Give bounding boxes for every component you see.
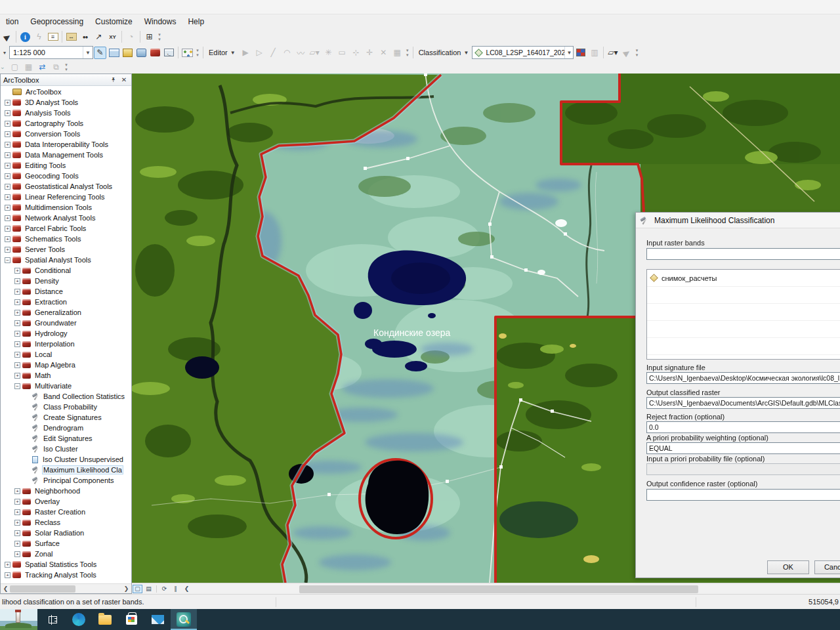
layout-page-icon[interactable]: ▢ [9,61,21,74]
editor-menu-button[interactable]: Editor ▼ [205,47,239,58]
select-elements-icon[interactable]: ▶ [1,31,13,43]
tree-item[interactable]: +Server Tools [1,244,131,255]
tree-item[interactable]: +Surface [1,538,131,549]
tree-item[interactable]: +Network Analyst Tools [1,213,131,223]
expander-icon[interactable]: + [5,152,10,158]
expander-icon[interactable]: + [5,205,10,211]
expander-icon[interactable]: + [5,247,10,253]
tree-item[interactable]: +Groundwater [1,318,131,328]
raster-bands-list[interactable]: снимок_расчеты [646,269,840,360]
expander-icon[interactable]: + [5,142,10,148]
toolbar-overflow-icon[interactable]: ▾▾ [404,48,411,57]
expander-icon[interactable]: + [5,121,10,127]
tree-item[interactable]: +Solar Radiation [1,528,131,538]
tree-item[interactable]: +Parcel Fabric Tools [1,223,131,234]
xy-coords-icon[interactable]: XY [106,31,119,43]
taskbar-mail-icon[interactable] [144,609,171,630]
training-sample-manager-icon[interactable] [574,47,587,59]
expander-icon[interactable]: + [5,194,10,200]
attributes-grid-icon[interactable]: ▦ [391,47,404,59]
trace-icon[interactable]: 〰 [295,47,307,59]
vertex-tool-icon[interactable]: ⊹ [350,47,362,59]
tree-item[interactable]: +Overlay [1,496,131,507]
expander-icon[interactable]: + [5,215,10,221]
raster-band-row[interactable]: снимок_расчеты [647,270,840,287]
menu-windows[interactable]: Windows [138,15,182,28]
output-raster-field[interactable]: C:\Users\N_Igenbaeva\Documents\ArcGIS\De… [646,397,840,409]
back-icon[interactable]: ❮ [182,585,192,593]
input-raster-bands-field[interactable] [646,248,840,260]
expander-icon[interactable]: + [14,551,20,557]
tree-item[interactable]: +Analysis Tools [1,108,131,118]
select-grayed-icon[interactable]: ▶ [620,47,633,59]
tree-item[interactable]: Dendrogram [1,423,131,433]
expander-icon[interactable]: + [5,163,10,169]
copy-pages-icon[interactable]: ⧉ [50,61,62,74]
menu-help[interactable]: Help [182,15,210,28]
expander-icon[interactable]: + [5,572,10,578]
arctoolbox-window-icon[interactable] [149,47,161,59]
time-slider-icon[interactable]: ◔ [125,31,137,43]
tree-item[interactable]: Maximum Likelihood Cla [1,465,131,475]
expander-icon[interactable]: + [5,110,10,116]
expander-icon[interactable]: + [14,509,20,515]
tree-item[interactable]: +Local [1,349,131,360]
confidence-raster-field[interactable] [646,489,840,501]
taskbar-store-icon[interactable] [118,609,144,630]
go-to-xy-icon[interactable]: ↗ [93,31,105,43]
tree-item[interactable]: +Distance [1,286,131,297]
close-icon[interactable]: ✕ [119,76,129,83]
expander-icon[interactable]: + [5,236,10,242]
tree-item[interactable]: +Math [1,370,131,381]
hyperlink-icon[interactable]: ϟ [33,31,45,43]
data-view-icon[interactable]: ▢ [133,585,142,593]
html-popup-icon[interactable]: ≡ [47,31,59,43]
tree-item[interactable]: +Multidimension Tools [1,202,131,213]
input-signature-field[interactable]: C:\Users\N_Igenbaeva\Desktop\Космическая… [646,372,840,384]
tree-item[interactable]: +Hydrology [1,328,131,339]
expander-icon[interactable]: + [14,331,20,337]
tree-item[interactable]: +Conditional [1,265,131,276]
python-window-icon[interactable]: ›_ [163,47,175,59]
pin-icon[interactable]: 🖈 [109,76,118,83]
tree-item[interactable]: +Interpolation [1,339,131,349]
tree-item[interactable]: +Geocoding Tools [1,171,131,181]
tree-item[interactable]: +Neighborhood [1,486,131,496]
panel-hscrollbar[interactable]: ❮ ❯ [1,583,131,593]
tree-item[interactable]: +Reclass [1,517,131,528]
expander-icon[interactable]: + [5,226,10,232]
expander-icon[interactable]: + [14,352,20,358]
expander-icon[interactable]: + [5,184,10,190]
tree-item[interactable]: Principal Components [1,475,131,486]
expander-icon[interactable]: + [14,520,20,526]
taskbar-arcmap-icon[interactable] [171,609,197,630]
tree-item[interactable]: +Cartography Tools [1,118,131,129]
expander-icon[interactable]: + [14,289,20,295]
taskbar-task-view-icon[interactable] [39,609,66,630]
tree-item[interactable]: +Conversion Tools [1,129,131,139]
tree-item[interactable]: Create Signatures [1,412,131,423]
expander-icon[interactable]: + [5,562,10,568]
raster-grid-icon[interactable]: ▦ [22,61,35,74]
scale-combo[interactable]: 1:125 000 ▼ [9,46,93,59]
rectangle-tool-icon[interactable]: ▭ [336,47,348,59]
ok-button[interactable]: OK [767,560,809,574]
tree-item[interactable]: +Data Interoperability Tools [1,139,131,150]
histogram-grayed-icon[interactable]: ▥ [588,47,600,59]
tree-item[interactable]: +Map Algebra [1,360,131,370]
apriori-weighting-field[interactable]: EQUAL [646,442,840,454]
scroll-left-icon[interactable]: ❮ [1,585,10,592]
arc-segment-icon[interactable]: ◠ [281,47,293,59]
expander-icon[interactable]: + [14,299,20,305]
map-hscroll-thumb[interactable] [299,585,698,593]
swap-refresh-icon[interactable]: ⇄ [36,61,49,74]
search-window-icon[interactable] [135,47,148,59]
measure-icon[interactable]: ↔ [65,31,77,43]
sketch-tool-icon[interactable]: ✎ [94,47,106,59]
pause-icon[interactable]: ∥ [171,585,180,593]
expander-icon[interactable]: + [5,100,10,106]
tree-item[interactable]: +Extraction [1,297,131,307]
table-of-contents-icon[interactable] [108,47,120,59]
expander-icon[interactable]: + [14,278,20,284]
expander-icon[interactable]: + [5,173,10,179]
